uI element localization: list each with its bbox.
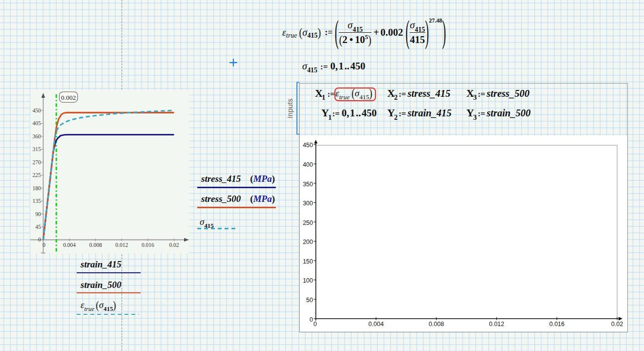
svg-text:0: 0 <box>313 321 317 328</box>
svg-text:0.004: 0.004 <box>369 321 384 328</box>
svg-text:450: 450 <box>32 108 41 113</box>
svg-text:0.02: 0.02 <box>169 242 179 248</box>
svg-text:90: 90 <box>35 211 41 217</box>
svg-text:100: 100 <box>303 277 313 284</box>
svg-text:0.002: 0.002 <box>61 94 76 101</box>
svg-text:45: 45 <box>35 224 41 230</box>
svg-text:150: 150 <box>303 258 313 265</box>
svg-text:270: 270 <box>32 159 41 165</box>
svg-text:0.012: 0.012 <box>115 242 128 248</box>
svg-text:180: 180 <box>32 185 41 191</box>
svg-text:315: 315 <box>32 146 41 152</box>
svg-text:135: 135 <box>32 198 41 204</box>
svg-text:350: 350 <box>303 181 313 188</box>
svg-text:450: 450 <box>303 142 313 149</box>
svg-text:405: 405 <box>32 120 41 126</box>
svg-text:0.004: 0.004 <box>63 242 76 248</box>
svg-text:360: 360 <box>32 133 41 139</box>
svg-text:0: 0 <box>38 237 41 242</box>
svg-text:0.02: 0.02 <box>611 321 623 328</box>
svg-text:250: 250 <box>303 219 313 226</box>
svg-text:0: 0 <box>310 316 313 323</box>
svg-text:0.016: 0.016 <box>142 242 154 248</box>
svg-text:400: 400 <box>303 161 313 168</box>
svg-text:200: 200 <box>303 239 313 245</box>
svg-text:225: 225 <box>32 172 41 178</box>
svg-text:0.012: 0.012 <box>489 321 504 328</box>
svg-text:0.016: 0.016 <box>549 321 564 328</box>
svg-text:0: 0 <box>42 242 45 248</box>
svg-text:0.008: 0.008 <box>429 321 444 328</box>
svg-text:0.008: 0.008 <box>89 242 102 248</box>
svg-text:50: 50 <box>306 297 313 304</box>
svg-text:300: 300 <box>303 200 313 207</box>
